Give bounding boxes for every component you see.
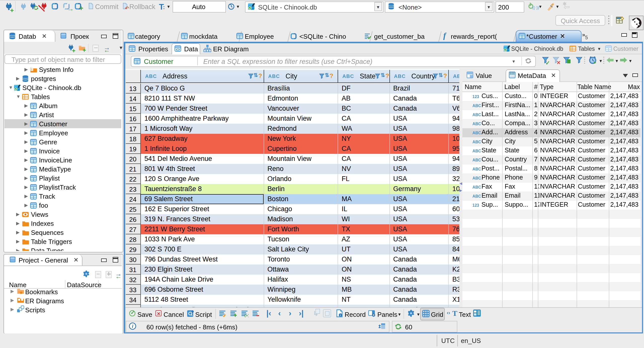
svg-text:(+): (+)	[244, 313, 248, 317]
svg-text:<>: <>	[176, 48, 180, 52]
